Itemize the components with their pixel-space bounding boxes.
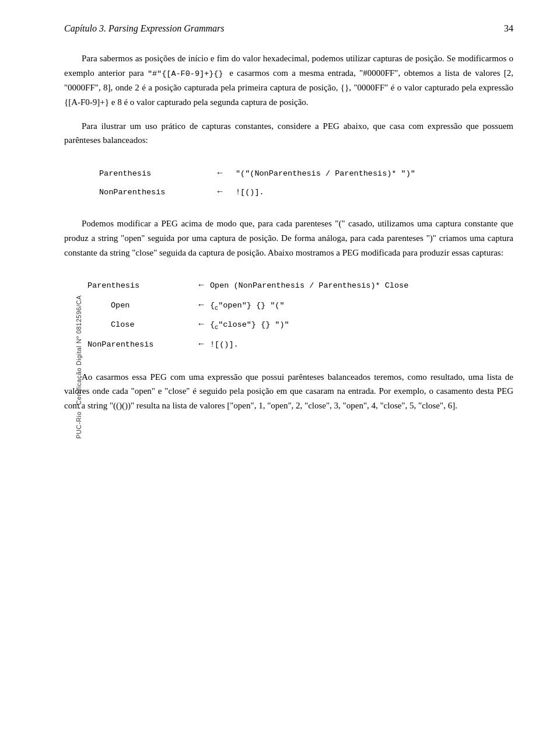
grammar-line2-3: Close ← {c"close"} {} ")" [88,315,513,334]
grammar-rule-1: "("(NonParenthesis / Parenthesis)* ")" [236,166,415,181]
grammar-block-2: Parenthesis ← Open (NonParenthesis / Par… [88,276,513,353]
grammar2-rule-1: Open (NonParenthesis / Parenthesis)* Clo… [210,278,408,294]
grammar2-arrow-1: ← [192,276,210,295]
subscript-c-close: c [215,324,218,331]
grammar-arrow-1: ← [211,164,229,181]
page-container: PUC-Rio - Certificação Digital Nº 081259… [0,0,560,734]
grammar-line2-2: Open ← {c"open"} {} "(" [88,296,513,314]
grammar-line2-1: Parenthesis ← Open (NonParenthesis / Par… [88,276,513,295]
grammar2-rule-2: {c"open"} {} "(" [210,298,285,314]
sidebar-label: PUC-Rio - Certificação Digital Nº 081259… [75,295,82,439]
grammar2-rule-3: {c"close"} {} ")" [210,317,289,334]
grammar2-arrow-2: ← [192,296,210,314]
grammar2-arrow-4: ← [192,335,210,354]
subscript-c-open: c [215,305,218,311]
grammar2-arrow-3: ← [192,315,210,334]
page-number: 34 [504,23,513,34]
grammar2-rule-4: ![()]. [210,337,239,353]
code-example-1: "#"{[A-F0-9]+}{} [148,69,229,78]
grammar-line-2: NonParenthesis ← ![()]. [99,183,513,200]
grammar-block-1: Parenthesis ← "("(NonParenthesis / Paren… [99,164,513,200]
grammar-line2-4: NonParenthesis ← ![()]. [88,335,513,354]
grammar-line-1: Parenthesis ← "("(NonParenthesis / Paren… [99,164,513,181]
grammar-rule-2: ![()]. [236,184,264,200]
grammar-arrow-2: ← [211,183,229,200]
